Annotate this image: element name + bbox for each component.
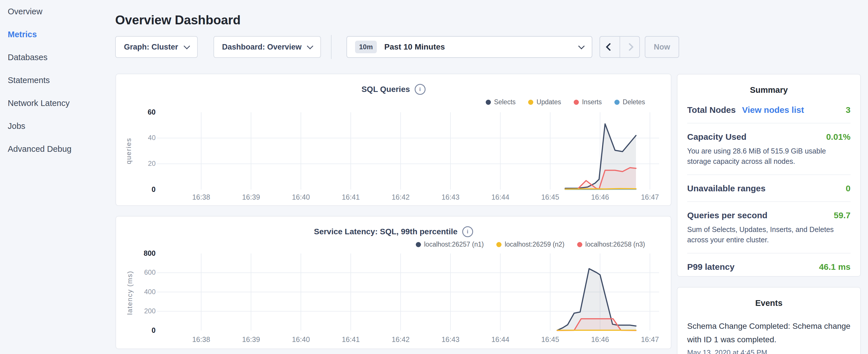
events-panel: Events Schema Change Completed: Schema c… — [677, 287, 861, 354]
summary-row-label: Unavailable ranges — [687, 184, 766, 193]
summary-row-label: Queries per second — [687, 211, 767, 220]
x-tick: 16:43 — [430, 193, 470, 201]
chevron-left-icon — [606, 43, 614, 51]
x-tick: 16:46 — [580, 193, 620, 201]
summary-row-description: Sum of Selects, Updates, Inserts, and De… — [687, 224, 850, 245]
x-tick: 16:45 — [530, 335, 570, 344]
prev-time-button[interactable] — [600, 37, 620, 57]
x-tick: 16:42 — [380, 335, 421, 344]
x-tick: 16:42 — [380, 193, 421, 201]
summary-row: Unavailable ranges0 — [687, 174, 850, 201]
chevron-down-icon — [578, 43, 585, 50]
y-tick: 600 — [116, 268, 156, 277]
sidebar-item-statements[interactable]: Statements — [0, 69, 115, 92]
event-timestamp: May 13, 2020 at 4:45 PM — [687, 349, 850, 354]
sidebar-item-overview[interactable]: Overview — [0, 0, 115, 23]
y-tick: 20 — [116, 160, 156, 167]
summary-panel: Summary Total NodesView nodes list3Capac… — [677, 74, 861, 277]
time-step-buttons — [599, 36, 640, 58]
y-tick: 40 — [116, 134, 156, 142]
sidebar-item-metrics[interactable]: Metrics — [0, 23, 115, 46]
chart-card-service-latency: Service Latency: SQL, 99th percentile i … — [116, 216, 672, 349]
summary-row-value: 59.7 — [834, 211, 850, 220]
summary-row-value: 46.1 ms — [819, 262, 850, 272]
graph-dropdown-label: Graph: Cluster — [124, 43, 178, 52]
chevron-right-icon — [626, 43, 633, 51]
divider — [331, 35, 332, 59]
x-tick: 16:44 — [480, 193, 520, 201]
y-tick: 200 — [116, 307, 156, 315]
y-tick: 60 — [116, 108, 156, 116]
summary-row-label: Total Nodes — [687, 105, 736, 115]
x-tick: 16:41 — [331, 193, 371, 201]
chevron-down-icon — [307, 43, 313, 50]
summary-row: Capacity Used0.01%You are using 28.6 MiB… — [687, 123, 850, 174]
x-tick: 16:46 — [580, 335, 620, 344]
summary-title: Summary — [677, 74, 860, 95]
events-title: Events — [677, 288, 860, 308]
summary-body: Total NodesView nodes list3Capacity Used… — [677, 95, 860, 280]
summary-row-description: You are using 28.6 MiB of 515.9 GiB usab… — [687, 146, 850, 166]
chart-plot[interactable] — [116, 74, 672, 206]
chevron-down-icon — [183, 43, 190, 50]
summary-row-label: Capacity Used — [687, 132, 746, 142]
events-body: Schema Change Completed: Schema change w… — [677, 319, 860, 354]
time-range-badge: 10m — [355, 41, 377, 53]
summary-row-value: 0.01% — [826, 132, 850, 142]
sidebar-item-databases[interactable]: Databases — [0, 46, 115, 69]
sidebar-item-network-latency[interactable]: Network Latency — [0, 92, 115, 115]
summary-row: P99 latency46.1 ms — [687, 253, 850, 280]
dashboard-dropdown[interactable]: Dashboard: Overview — [214, 36, 321, 58]
chart-plot[interactable] — [116, 217, 672, 350]
x-tick: 16:41 — [331, 335, 371, 344]
admin-ui-page: OverviewMetricsDatabasesStatementsNetwor… — [0, 0, 868, 354]
now-button-label: Now — [654, 43, 670, 52]
x-tick: 16:39 — [231, 193, 271, 201]
event-text: Schema Change Completed: Schema change w… — [687, 319, 850, 346]
sidebar-item-jobs[interactable]: Jobs — [0, 115, 115, 137]
graph-dropdown[interactable]: Graph: Cluster — [115, 36, 198, 58]
x-tick: 16:38 — [181, 335, 221, 344]
summary-row: Queries per second59.7Sum of Selects, Up… — [687, 201, 850, 253]
sidebar-item-advanced-debug[interactable]: Advanced Debug — [0, 137, 115, 160]
y-tick: 800 — [116, 249, 156, 257]
summary-row: Total NodesView nodes list3 — [687, 97, 850, 123]
y-tick: 400 — [116, 288, 156, 296]
dashboard-dropdown-label: Dashboard: Overview — [222, 43, 302, 52]
now-button[interactable]: Now — [645, 36, 679, 58]
view-nodes-link[interactable]: View nodes list — [742, 105, 804, 115]
next-time-button[interactable] — [620, 37, 640, 57]
x-tick: 16:44 — [480, 335, 520, 344]
y-tick: 0 — [116, 326, 156, 334]
x-tick: 16:45 — [530, 193, 570, 201]
y-tick: 0 — [116, 185, 156, 194]
summary-row-label: P99 latency — [687, 262, 735, 272]
summary-row-value: 0 — [846, 184, 850, 193]
chart-card-sql-queries: SQL Queries i SelectsUpdatesInsertsDelet… — [116, 74, 672, 206]
page-title: Overview Dashboard — [115, 13, 241, 27]
sidebar: OverviewMetricsDatabasesStatementsNetwor… — [0, 0, 115, 160]
x-tick: 16:43 — [430, 335, 470, 344]
time-range-selector[interactable]: 10m Past 10 Minutes — [346, 36, 592, 58]
x-tick: 16:47 — [630, 193, 670, 201]
x-tick: 16:39 — [231, 335, 271, 344]
x-tick: 16:40 — [281, 193, 321, 201]
x-tick: 16:47 — [630, 335, 670, 344]
summary-row-value: 3 — [846, 105, 850, 115]
event-item: Schema Change Completed: Schema change w… — [687, 319, 850, 354]
x-tick: 16:38 — [181, 193, 221, 201]
time-range-label: Past 10 Minutes — [384, 42, 579, 52]
x-tick: 16:40 — [281, 335, 321, 344]
